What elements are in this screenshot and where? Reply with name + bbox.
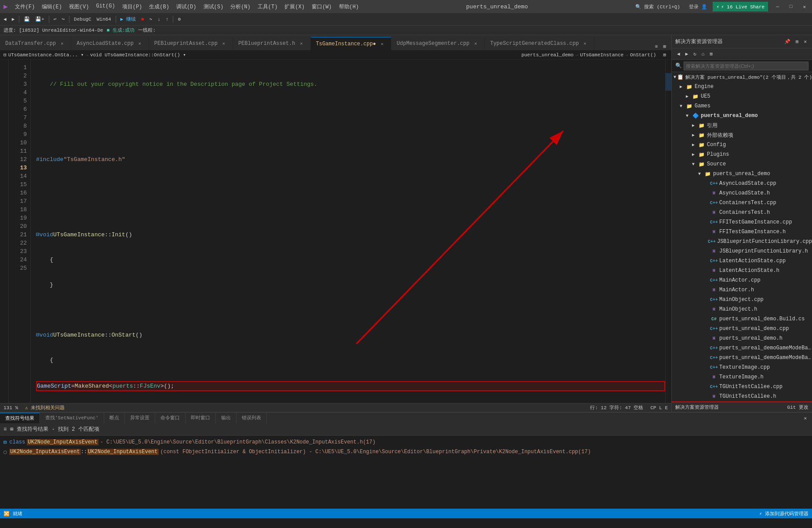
tab-list-button[interactable]: ≡ xyxy=(653,43,660,50)
tab-peblueprinth[interactable]: PEBlueprintAsset.h ✕ xyxy=(233,37,311,50)
toolbar-undo[interactable]: ↩ xyxy=(52,15,58,23)
tree-engine[interactable]: ▶ 📁 Engine xyxy=(672,82,812,92)
login-button[interactable]: 登录 👤 xyxy=(689,4,708,10)
menu-test[interactable]: 测试(S) xyxy=(200,2,227,11)
stop-button[interactable]: ■ xyxy=(139,16,146,23)
tree-project-h[interactable]: ▶ H puerts_unreal_demo.h xyxy=(672,334,812,343)
code-editor[interactable]: 1 2 3 4 5 6 7 8 9 10 11 12 13 14 15 16 1 xyxy=(0,60,671,403)
search-solution-input[interactable] xyxy=(684,62,808,70)
close-button[interactable]: ✕ xyxy=(800,3,808,11)
close-panel-button[interactable]: ✕ xyxy=(802,38,808,45)
tree-mainactor-h[interactable]: ▶ H MainActor.h xyxy=(672,285,812,295)
tree-jsblueprintlib-cpp[interactable]: ▶ C++ JSBlueprintFunctionLibrary.cpp xyxy=(672,237,812,246)
breadcrumb-right-class[interactable]: UTsGameInstance xyxy=(580,52,623,58)
tab-peblueprint-close[interactable]: ✕ xyxy=(220,40,227,47)
tab-find-native[interactable]: 查找'SetNativeFunc' xyxy=(40,413,104,423)
expand-arrow-config[interactable]: ▶ xyxy=(692,142,698,147)
breadcrumb-right-fn[interactable]: OnStart() xyxy=(630,52,656,58)
toolbar-save[interactable]: 💾 xyxy=(22,15,32,23)
menu-tools[interactable]: 工具(T) xyxy=(254,2,281,11)
toolbar-back[interactable]: ◀ xyxy=(2,15,8,23)
tree-source[interactable]: ▼ 📁 Source xyxy=(672,159,812,169)
live-share-button[interactable]: ⚡ ⚡ 16 Live Share xyxy=(713,2,768,11)
expand-arrow-solution[interactable]: ▼ xyxy=(674,75,677,80)
expand-arrow-games[interactable]: ▼ xyxy=(680,104,686,109)
toolbar-redo[interactable]: ↪ xyxy=(60,15,66,23)
expand-button[interactable]: ⊞ xyxy=(794,38,801,45)
step-into[interactable]: ↓ xyxy=(156,16,162,23)
tree-games[interactable]: ▼ 📁 Games xyxy=(672,101,812,111)
menu-view[interactable]: 视图(V) xyxy=(66,2,93,11)
tab-breakpoints[interactable]: 断点 xyxy=(104,413,125,423)
find-result-1[interactable]: ⊡ class UK2Node_InputAxisEvent - C:\UE5\… xyxy=(0,437,812,447)
expand-arrow-engine[interactable]: ▶ xyxy=(680,84,686,89)
tree-project[interactable]: ▼ 🔷 puerts_unreal_demo xyxy=(672,111,812,121)
tree-mainactor-cpp[interactable]: ▶ C++ MainActor.cpp xyxy=(672,275,812,285)
tab-find-results[interactable]: 查找符号结果 xyxy=(0,413,40,423)
se-git-changes[interactable]: Git 更改 xyxy=(787,404,808,411)
breadcrumb-right-project[interactable]: puerts_unreal_demo xyxy=(521,52,574,58)
maximize-button[interactable]: □ xyxy=(787,3,795,10)
tree-tgunit-cpp[interactable]: ▶ C++ TGUnitTestCallee.cpp xyxy=(672,382,812,392)
breakpoint-line13[interactable] xyxy=(0,152,8,160)
tree-textureimage-cpp[interactable]: ▶ C++ TextureImage.cpp xyxy=(672,363,812,372)
menu-edit[interactable]: 编辑(E) xyxy=(38,2,66,11)
tab-asyncload-close[interactable]: ✕ xyxy=(136,40,143,47)
toolbar-more[interactable]: ⚙ xyxy=(176,15,182,23)
tab-asyncload[interactable]: AsyncLoadState.cpp ✕ xyxy=(71,37,149,50)
se-refresh[interactable]: ↻ xyxy=(692,50,698,58)
menu-debug[interactable]: 调试(D) xyxy=(173,2,200,11)
debug-mode-dropdown[interactable]: DebugC xyxy=(72,16,93,23)
tab-tsgame-close[interactable]: ✕ xyxy=(379,40,386,48)
minimize-button[interactable]: — xyxy=(773,3,782,10)
tab-typescript-close[interactable]: ✕ xyxy=(582,40,589,47)
tab-immediate[interactable]: 即时窗口 xyxy=(186,413,216,423)
tree-mainobject-h[interactable]: ▶ H MainObject.h xyxy=(672,304,812,314)
menu-git[interactable]: Git(G) xyxy=(92,2,118,11)
git-branch[interactable]: 🔀 就绪 xyxy=(4,510,22,517)
tab-split-button[interactable]: ⊞ xyxy=(661,43,668,50)
tree-gamemodebase-cpp2[interactable]: ▶ C++ puerts_unreal_demoGameModeBa… xyxy=(672,353,812,363)
tree-asyncloadstate-h[interactable]: ▶ H AsyncLoadState.h xyxy=(672,188,812,198)
se-back[interactable]: ◀ xyxy=(675,50,682,58)
code-content[interactable]: // Fill out your copyright notice in the… xyxy=(31,60,665,403)
tree-project-cpp[interactable]: ▶ C++ puerts_unreal_demo.cpp xyxy=(672,324,812,334)
tab-datatransfer[interactable]: DataTransfer.cpp ✕ xyxy=(0,37,71,50)
menu-extensions[interactable]: 扩展(X) xyxy=(281,2,308,11)
expand-arrow-ref[interactable]: ▶ xyxy=(692,123,698,128)
tree-build-cs[interactable]: ▶ C# puerts_unreal_demo.Build.cs xyxy=(672,314,812,324)
platform-dropdown[interactable]: Win64 xyxy=(95,16,113,23)
tree-plugins[interactable]: ▶ 📁 Plugins xyxy=(672,150,812,159)
tree-solution-root[interactable]: ▼ 📋 解决方案 puerts_unreal_demo"(2 个项目，共 2 个… xyxy=(672,72,812,82)
search-solution-explorer[interactable]: 🔍 xyxy=(672,60,812,72)
breadcrumb-fn-dropdown[interactable]: void UTsGameInstance::OnStart() ▾ xyxy=(90,52,186,58)
tree-tgunit-h[interactable]: ▶ H TGUnitTestCallee.h xyxy=(672,392,812,401)
toolbar-forward[interactable]: ▶ xyxy=(10,15,17,23)
scroll-overview[interactable] xyxy=(665,60,671,403)
step-out[interactable]: ↑ xyxy=(164,16,171,23)
tab-peblueprint[interactable]: PEBlueprintAsset.cpp ✕ xyxy=(149,37,233,50)
tab-exception-settings[interactable]: 异常设置 xyxy=(125,413,155,423)
menu-analyze[interactable]: 分析(N) xyxy=(227,2,254,11)
tree-latentaction-cpp[interactable]: ▶ C++ LatentActionState.cpp xyxy=(672,256,812,266)
tab-udp[interactable]: UdpMessageSegmenter.cpp ✕ xyxy=(391,37,485,50)
tree-containerstest-h[interactable]: ▶ H ContainersTest.h xyxy=(672,208,812,217)
step-over[interactable]: ↷ xyxy=(148,15,154,23)
tree-source-project[interactable]: ▼ 📁 puerts_unreal_demo xyxy=(672,169,812,179)
tree-latentaction-h[interactable]: ▶ H LatentActionState.h xyxy=(672,266,812,275)
tab-command-window[interactable]: 命令窗口 xyxy=(155,413,186,423)
expand-arrow-ue5[interactable]: ▶ xyxy=(686,94,692,99)
tree-ue5[interactable]: ▶ 📁 UE5 xyxy=(672,92,812,101)
expand-arrow-ext[interactable]: ▶ xyxy=(692,132,698,138)
toolbar-save-all[interactable]: 💾+ xyxy=(33,15,46,23)
tab-error-list[interactable]: 错误列表 xyxy=(237,413,267,423)
menu-build[interactable]: 生成(B) xyxy=(146,2,173,11)
menu-project[interactable]: 项目(P) xyxy=(119,2,146,11)
run-button[interactable]: ▶ 继续 xyxy=(119,15,138,23)
tree-asyncloadstate-cpp[interactable]: ▶ C++ AsyncLoadState.cpp xyxy=(672,179,812,188)
expand-arrow-source-proj[interactable]: ▼ xyxy=(698,172,704,176)
tree-references[interactable]: ▶ 📁 引用 xyxy=(672,121,812,130)
find-result-2[interactable]: ◯ UK2Node_InputAxisEvent :: UK2Node_Inpu… xyxy=(0,447,812,457)
tree-ffitestgame-cpp[interactable]: ▶ C++ FFITestGameInstance.cpp xyxy=(672,217,812,227)
se-filter[interactable]: ⊞ xyxy=(708,50,714,58)
